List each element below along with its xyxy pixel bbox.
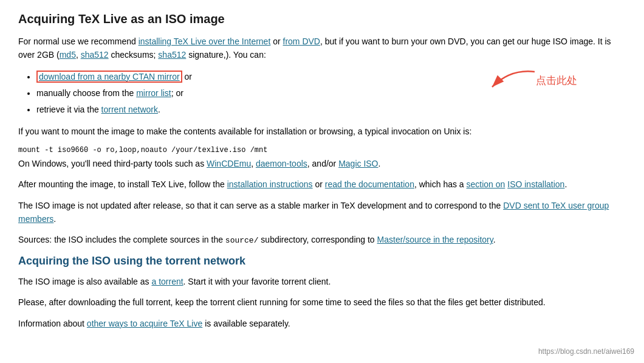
intro-paragraph: For normal use we recommend installing T… xyxy=(18,35,626,62)
torrent-link[interactable]: a torrent xyxy=(151,277,183,286)
watermark: https://blog.csdn.net/aiwei169 xyxy=(538,347,634,350)
magic-iso-link[interactable]: Magic ISO xyxy=(338,159,378,168)
torrent-text-2: . Start it with your favorite torrent cl… xyxy=(183,277,331,286)
windows-text-3: , and/or xyxy=(307,159,338,168)
from-dvd-link[interactable]: from DVD xyxy=(283,36,320,46)
daemon-tools-link[interactable]: daemon-tools xyxy=(256,159,307,168)
mirror-list-link[interactable]: mirror list xyxy=(136,88,171,98)
bullet-list-container: download from a nearby CTAN mirror or ma… xyxy=(18,69,626,118)
install-text-3: , which has a xyxy=(414,179,467,189)
info-paragraph: Information about other ways to acquire … xyxy=(18,317,626,330)
list-item-ctan: download from a nearby CTAN mirror or xyxy=(36,69,626,85)
list-item-torrent: retrieve it via the torrent network. xyxy=(36,102,626,117)
install-text-4: . xyxy=(564,179,567,189)
dvd-text-1: The ISO image is not updated after relea… xyxy=(18,201,503,210)
bullet2-text: manually choose from the xyxy=(36,88,136,98)
wincdemu-link[interactable]: WinCDEmu xyxy=(207,159,251,168)
bullet1-text: or xyxy=(182,72,192,81)
torrent-network-link[interactable]: torrent network xyxy=(101,105,158,114)
install-paragraph: After mounting the image, to install TeX… xyxy=(18,178,626,191)
intro-text-1: For normal use we recommend xyxy=(18,36,139,46)
intro-text-5: checksums; xyxy=(109,50,159,60)
info-text-1: Information about xyxy=(18,319,87,328)
mount-command: mount -t iso9660 -o ro,loop,noauto /your… xyxy=(18,146,626,154)
windows-text-4: . xyxy=(379,159,381,168)
mount-paragraph: If you want to mount the image to make t… xyxy=(18,125,626,138)
highlight-box: download from a nearby CTAN mirror xyxy=(36,71,182,83)
read-docs-link[interactable]: read the documentation xyxy=(325,179,414,189)
source-code: source/ xyxy=(225,236,259,245)
section2-title: Acquiring the ISO using the torrent netw… xyxy=(18,255,626,268)
sha512-link1[interactable]: sha512 xyxy=(81,50,109,60)
install-instructions-link[interactable]: installation instructions xyxy=(227,179,313,189)
torrent-text-1: The ISO image is also available as xyxy=(18,277,151,286)
list-item-mirror: manually choose from the mirror list; or xyxy=(36,86,626,101)
master-source-link[interactable]: Master/source in the repository xyxy=(377,235,493,244)
sources-paragraph: Sources: the ISO includes the complete s… xyxy=(18,233,626,247)
intro-text-4: , xyxy=(76,50,81,60)
iso-installation-link[interactable]: ISO installation xyxy=(507,179,564,189)
info-text-2: is available separately. xyxy=(202,319,290,328)
section-on-link[interactable]: section on xyxy=(467,179,505,189)
install-text-1: After mounting the image, to install TeX… xyxy=(18,179,227,189)
windows-paragraph: On Windows, you'll need third-party tool… xyxy=(18,157,626,170)
torrent-paragraph: The ISO image is also available as a tor… xyxy=(18,275,626,288)
dvd-text-2: . xyxy=(53,214,56,224)
dvd-paragraph: The ISO image is not updated after relea… xyxy=(18,199,626,226)
intro-text-2: or xyxy=(270,36,283,46)
sha512-link2[interactable]: sha512 xyxy=(158,50,186,60)
seed-paragraph: Please, after downloading the full torre… xyxy=(18,296,626,309)
intro-text-6: signature,). You can: xyxy=(186,50,266,60)
sources-text-3: . xyxy=(493,235,496,244)
md5-link[interactable]: md5 xyxy=(60,50,76,60)
install-text-2: or xyxy=(313,179,325,189)
download-options-list: download from a nearby CTAN mirror or ma… xyxy=(36,69,626,118)
windows-text-2: , xyxy=(251,159,256,168)
install-internet-link[interactable]: installing TeX Live over the Internet xyxy=(139,36,271,46)
page-title: Acquiring TeX Live as an ISO image xyxy=(18,12,626,26)
windows-text-1: On Windows, you'll need third-party tool… xyxy=(18,159,207,168)
bullet3-text: retrieve it via the xyxy=(36,105,101,114)
section-divider: Acquiring the ISO using the torrent netw… xyxy=(18,255,626,268)
sources-text-1: Sources: the ISO includes the complete s… xyxy=(18,235,225,244)
bullet3-text2: . xyxy=(158,105,160,114)
other-ways-link[interactable]: other ways to acquire TeX Live xyxy=(87,319,202,328)
sources-text-2: subdirectory, corresponding to xyxy=(258,235,377,244)
ctan-mirror-link[interactable]: download from a nearby CTAN mirror xyxy=(39,72,180,81)
bullet2-text2: ; or xyxy=(171,88,183,98)
